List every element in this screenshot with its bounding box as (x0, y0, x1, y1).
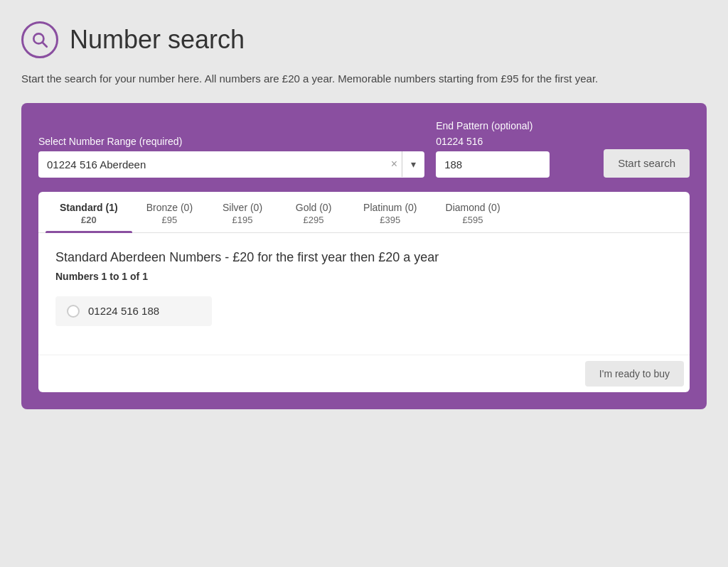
pattern-input[interactable] (436, 151, 550, 178)
tab-gold-price: £295 (292, 215, 335, 225)
tab-silver-price: £195 (221, 215, 264, 225)
pattern-sublabel: 01224 516 (436, 136, 592, 147)
number-value: 01224 516 188 (88, 305, 159, 317)
tab-silver-name: Silver (0) (221, 202, 264, 213)
tab-bronze[interactable]: Bronze (0) £95 (132, 192, 207, 232)
results-count: Numbers 1 to 1 of 1 (55, 271, 673, 282)
tab-standard[interactable]: Standard (1) £20 (46, 192, 132, 232)
range-field-group: Select Number Range (required) × ▾ (38, 136, 424, 178)
tab-diamond-name: Diamond (0) (446, 202, 500, 213)
range-dropdown-icon[interactable]: ▾ (402, 151, 424, 177)
page-container: Number search Start the search for your … (21, 21, 707, 409)
tab-platinum-name: Platinum (0) (363, 202, 417, 213)
ready-to-buy-button[interactable]: I'm ready to buy (585, 361, 684, 387)
results-body: Standard Aberdeen Numbers - £20 for the … (38, 233, 690, 349)
results-card: Standard (1) £20 Bronze (0) £95 Silver (… (38, 192, 690, 392)
number-item[interactable]: 01224 516 188 (55, 296, 212, 326)
pattern-label: End Pattern (optional) (436, 120, 592, 131)
tab-silver[interactable]: Silver (0) £195 (207, 192, 278, 232)
tab-standard-name: Standard (1) (60, 202, 118, 213)
search-icon (31, 31, 49, 49)
search-icon-circle (21, 21, 58, 58)
tab-diamond[interactable]: Diamond (0) £595 (432, 192, 515, 232)
tab-bronze-name: Bronze (0) (146, 202, 193, 213)
svg-line-1 (43, 43, 47, 47)
tab-platinum[interactable]: Platinum (0) £395 (349, 192, 431, 232)
page-header: Number search (21, 21, 707, 58)
tab-gold-name: Gold (0) (292, 202, 335, 213)
tabs-row: Standard (1) £20 Bronze (0) £95 Silver (… (38, 192, 690, 233)
page-title: Number search (70, 25, 245, 55)
page-description: Start the search for your number here. A… (21, 71, 647, 87)
tab-platinum-price: £395 (363, 215, 417, 225)
number-radio[interactable] (67, 305, 80, 318)
range-input[interactable] (38, 151, 387, 178)
results-footer: I'm ready to buy (38, 355, 690, 392)
tab-diamond-price: £595 (446, 215, 500, 225)
tab-gold[interactable]: Gold (0) £295 (278, 192, 349, 232)
results-title: Standard Aberdeen Numbers - £20 for the … (55, 250, 673, 265)
tab-standard-price: £20 (60, 215, 118, 225)
tab-bronze-price: £95 (146, 215, 193, 225)
range-label: Select Number Range (required) (38, 136, 424, 147)
purple-card: Select Number Range (required) × ▾ End P… (21, 103, 707, 409)
start-search-button[interactable]: Start search (604, 149, 690, 178)
search-controls: Select Number Range (required) × ▾ End P… (38, 120, 690, 178)
pattern-field-group: End Pattern (optional) 01224 516 (436, 120, 592, 178)
range-clear-icon[interactable]: × (387, 158, 402, 171)
range-select-wrapper[interactable]: × ▾ (38, 151, 424, 178)
